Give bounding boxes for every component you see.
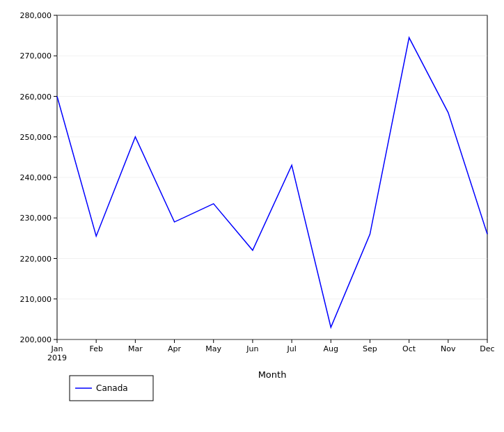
svg-text:Mar: Mar [128, 344, 143, 353]
svg-text:220,000: 220,000 [20, 255, 52, 264]
svg-text:Apr: Apr [168, 344, 182, 353]
svg-text:260,000: 260,000 [20, 93, 52, 102]
svg-text:280,000: 280,000 [20, 11, 52, 20]
svg-text:230,000: 230,000 [20, 214, 52, 223]
svg-text:270,000: 270,000 [20, 51, 52, 61]
svg-text:200,000: 200,000 [20, 335, 52, 344]
svg-text:Oct: Oct [402, 344, 416, 353]
svg-text:Aug: Aug [324, 344, 338, 353]
svg-text:Sep: Sep [363, 344, 377, 353]
svg-text:240,000: 240,000 [20, 173, 52, 182]
svg-text:Jul: Jul [286, 344, 296, 353]
chart-container: 200,000210,000220,000230,000240,000250,0… [0, 0, 504, 432]
line-chart: 200,000210,000220,000230,000240,000250,0… [0, 0, 504, 432]
svg-text:Month: Month [258, 369, 287, 380]
svg-text:Jun: Jun [246, 344, 258, 353]
svg-text:210,000: 210,000 [20, 295, 52, 304]
svg-text:Nov: Nov [441, 344, 456, 353]
svg-text:2019: 2019 [47, 353, 67, 362]
svg-text:Jan: Jan [51, 344, 63, 353]
svg-text:Dec: Dec [480, 344, 494, 353]
svg-text:Feb: Feb [89, 344, 102, 353]
svg-text:May: May [205, 344, 221, 353]
svg-text:250,000: 250,000 [20, 133, 52, 142]
svg-text:Canada: Canada [96, 383, 128, 393]
